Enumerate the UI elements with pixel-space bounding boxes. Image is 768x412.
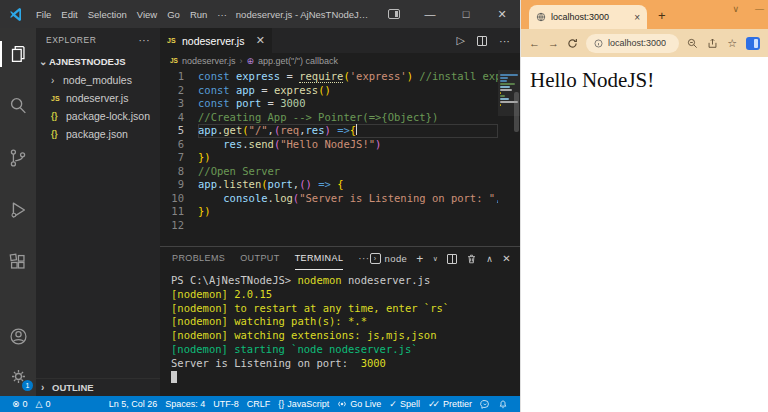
accounts-button[interactable]: [0, 316, 36, 356]
line-number: 4: [160, 111, 184, 125]
code-line[interactable]: res.send("Hello NodeJS!"): [198, 138, 498, 152]
code-editor[interactable]: 123456789101112 const express = require(…: [160, 68, 520, 246]
problems-warnings[interactable]: △0: [32, 399, 55, 409]
file-label: nodeserver.js: [66, 92, 128, 104]
line-number: 7: [160, 151, 184, 165]
terminal-line: [nodemon] watching extensions: js,mjs,js…: [171, 329, 520, 343]
tab-terminal[interactable]: TERMINAL: [295, 247, 344, 270]
address-bar[interactable]: localhost:3000: [586, 34, 679, 53]
explorer-item-node-modules[interactable]: › node_modules: [36, 71, 160, 89]
menu-view[interactable]: View: [132, 9, 162, 20]
minimap-line: [500, 104, 501, 106]
explorer-item-package-lock-json[interactable]: {} package-lock.json: [36, 107, 160, 125]
menu-more[interactable]: ···: [212, 9, 232, 20]
explorer-more-actions[interactable]: ···: [139, 35, 151, 46]
maximize-panel-icon[interactable]: ∧: [486, 254, 493, 264]
activity-source-control[interactable]: [0, 132, 36, 184]
breadcrumb-file[interactable]: nodeserver.js: [182, 56, 236, 66]
tab-output[interactable]: OUTPUT: [240, 247, 279, 270]
editor-column: JS nodeserver.js ✕ ▷ ··· JS nodeserver.j…: [160, 28, 520, 396]
menu-selection[interactable]: Selection: [83, 9, 132, 20]
tab-nodeserver-js[interactable]: JS nodeserver.js ✕: [160, 28, 272, 53]
new-terminal-button[interactable]: +: [416, 252, 423, 266]
back-button[interactable]: ←: [529, 38, 540, 49]
terminal-line: [nodemon] to restart at any time, enter …: [171, 302, 520, 316]
terminal-content[interactable]: PS C:\AjNesTNodeJS> nodemon nodeserver.j…: [160, 270, 520, 396]
feedback-icon: [480, 399, 490, 409]
menu-run[interactable]: Run: [185, 9, 212, 20]
activity-explorer[interactable]: [0, 28, 36, 80]
panel-more-tabs[interactable]: ···: [358, 253, 369, 264]
split-terminal-button[interactable]: [447, 254, 457, 264]
forward-button[interactable]: →: [548, 38, 559, 49]
trash-icon[interactable]: [466, 253, 477, 265]
status-go-live[interactable]: Go Live: [333, 399, 385, 409]
activity-extensions[interactable]: [0, 236, 36, 288]
more-actions-button[interactable]: ···: [499, 35, 510, 47]
code-line[interactable]: app.listen(port,() => {: [198, 178, 498, 192]
status-feedback[interactable]: [476, 399, 494, 409]
status-language[interactable]: {}JavaScript: [274, 399, 333, 409]
editor-scrollbar[interactable]: [514, 92, 519, 132]
code-line[interactable]: console.log("Server is Listening on port…: [198, 192, 498, 206]
outline-section[interactable]: › OUTLINE: [36, 378, 160, 396]
page-text: Hello NodeJS!: [530, 68, 654, 92]
terminal-line: [nodemon] starting `node nodeserver.js`: [171, 343, 520, 357]
activity-run-debug[interactable]: [0, 184, 36, 236]
run-file-button[interactable]: ▷: [457, 34, 465, 47]
code-line[interactable]: const port = 3000: [198, 97, 498, 111]
status-spell[interactable]: ✓Spell: [385, 399, 424, 409]
browser-tab[interactable]: localhost:3000 ×: [529, 5, 647, 29]
maximize-button[interactable]: □: [448, 0, 484, 28]
minimize-button[interactable]: —: [412, 0, 448, 28]
side-panel-icon[interactable]: [746, 37, 760, 50]
close-tab-icon[interactable]: ×: [634, 12, 640, 23]
status-notifications[interactable]: [494, 399, 512, 410]
minimize-button[interactable]: —: [755, 4, 764, 14]
menu-go[interactable]: Go: [162, 9, 185, 20]
zoom-icon[interactable]: [687, 38, 698, 49]
code-line[interactable]: }): [198, 151, 498, 165]
code-line[interactable]: //Creating App --> Pointer(=>{Object}): [198, 111, 498, 125]
problems-errors[interactable]: ⊗0: [8, 399, 32, 409]
breadcrumb[interactable]: JS nodeserver.js › ⊕ app.get("/") callba…: [160, 53, 520, 68]
code-line[interactable]: const express = require('express') //ins…: [198, 70, 498, 84]
share-icon[interactable]: [707, 38, 718, 49]
tab-problems[interactable]: PROBLEMS: [172, 247, 225, 270]
layout-toggle-button[interactable]: [376, 0, 412, 28]
settings-button[interactable]: 1: [0, 356, 36, 396]
code-line[interactable]: }): [198, 205, 498, 219]
code-line[interactable]: //Open Server: [198, 165, 498, 179]
split-editor-button[interactable]: [477, 36, 487, 46]
editor-actions: ▷ ···: [457, 28, 520, 53]
explorer-item-nodeserver-js[interactable]: JS nodeserver.js: [36, 89, 160, 107]
close-panel-icon[interactable]: ✕: [502, 253, 511, 264]
close-tab-icon[interactable]: ✕: [256, 34, 265, 47]
explorer-root-folder[interactable]: ⌄ AJNESTNODEJS: [36, 52, 160, 71]
url-text[interactable]: localhost:3000: [608, 38, 666, 48]
close-window-button[interactable]: ✕: [484, 0, 520, 28]
code-line[interactable]: const app = express(): [198, 84, 498, 98]
menu-edit[interactable]: Edit: [56, 9, 82, 20]
file-label: package-lock.json: [66, 110, 150, 122]
activity-search[interactable]: [0, 80, 36, 132]
new-tab-button[interactable]: +: [658, 9, 666, 22]
status-bar: ⊗0 △0 Ln 5, Col 26 Spaces: 4 UTF-8 CRLF …: [0, 396, 520, 412]
status-prettier[interactable]: ✓✓Prettier: [424, 399, 476, 409]
terminal-dropdown-icon[interactable]: ∨: [433, 255, 439, 263]
explorer-item-package-json[interactable]: {} package.json: [36, 125, 160, 143]
code-line[interactable]: [198, 219, 498, 233]
terminal-shell-selector[interactable]: › node: [370, 253, 408, 264]
reload-button[interactable]: [567, 38, 578, 49]
code-line[interactable]: app.get("/",(req,res) =>{: [198, 124, 498, 138]
tab-search-chevron-icon[interactable]: ∨: [732, 4, 739, 14]
menu-file[interactable]: File: [31, 9, 56, 20]
status-cursor-position[interactable]: Ln 5, Col 26: [105, 399, 162, 409]
chevron-down-icon: ⌄: [39, 56, 46, 67]
bookmark-star-icon[interactable]: ☆: [727, 37, 737, 50]
status-indentation[interactable]: Spaces: 4: [161, 399, 209, 409]
browser-actions: ☆: [687, 37, 760, 50]
status-eol[interactable]: CRLF: [243, 399, 275, 409]
breadcrumb-symbol[interactable]: app.get("/") callback: [258, 56, 338, 66]
status-encoding[interactable]: UTF-8: [209, 399, 243, 409]
